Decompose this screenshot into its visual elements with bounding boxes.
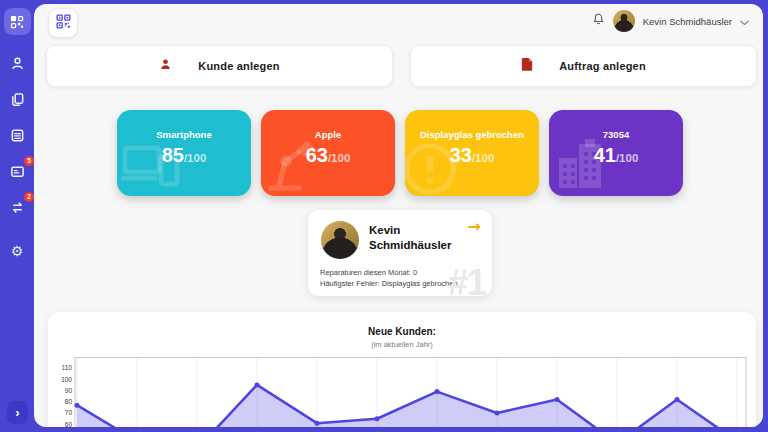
- stat-title: Displayglas gebrochen: [405, 129, 539, 140]
- user-name: Kevin Schmidhäusler: [643, 16, 732, 27]
- create-order-button[interactable]: Auftrag anlegen: [410, 45, 757, 87]
- sidebar-item-transfers[interactable]: 2: [6, 196, 28, 218]
- stat-value: 85: [162, 144, 184, 166]
- stat-suffix: /100: [472, 152, 494, 164]
- stat-card-73054[interactable]: 73054 41/100: [549, 110, 683, 196]
- repair-cards-badge: 5: [24, 156, 34, 166]
- create-customer-button[interactable]: Kunde anlegen: [46, 45, 393, 87]
- profile-card: Kevin Schmidhäusler → Reparaturen diesen…: [308, 210, 492, 296]
- arrow-right-icon[interactable]: →: [468, 217, 481, 236]
- stat-value: 41: [594, 144, 616, 166]
- stat-suffix: /100: [616, 152, 638, 164]
- rank-badge: #1: [448, 262, 485, 296]
- stat-card-apple[interactable]: Apple 63/100: [261, 110, 395, 196]
- chevron-down-icon: [740, 12, 749, 30]
- card-icon: [10, 164, 25, 179]
- svg-text:70: 70: [65, 409, 73, 416]
- add-person-icon: [159, 57, 172, 75]
- stat-card-smartphone[interactable]: Smartphone 85/100: [117, 110, 251, 196]
- list-icon: [10, 128, 25, 143]
- main-content: Kevin Schmidhäusler Kunde anlegen Auftra…: [34, 4, 763, 427]
- stat-card-displayglas[interactable]: Displayglas gebrochen 33/100: [405, 110, 539, 196]
- create-order-label: Auftrag anlegen: [559, 60, 646, 72]
- sidebar-item-copies[interactable]: [6, 88, 28, 110]
- order-document-icon: [521, 57, 533, 75]
- stat-suffix: /100: [184, 152, 206, 164]
- stat-suffix: /100: [328, 152, 350, 164]
- svg-text:60: 60: [65, 421, 73, 428]
- area-chart: 11010090807060: [48, 357, 756, 427]
- user-icon: [10, 56, 25, 71]
- qr-scan-button[interactable]: [48, 8, 78, 38]
- sidebar: 5 2 ⚙: [0, 0, 34, 432]
- create-customer-label: Kunde anlegen: [198, 60, 279, 72]
- stat-value: 33: [450, 144, 472, 166]
- svg-text:100: 100: [61, 376, 72, 383]
- svg-text:80: 80: [65, 398, 73, 405]
- stat-title: 73054: [549, 129, 683, 140]
- transfers-badge: 2: [24, 192, 34, 202]
- profile-stat-top-error: Häufigster Fehler: Displayglas gebrochen: [320, 279, 458, 288]
- sidebar-item-customers[interactable]: [6, 52, 28, 74]
- svg-text:90: 90: [65, 387, 73, 394]
- user-menu[interactable]: Kevin Schmidhäusler: [592, 9, 749, 33]
- qr-code-icon: [56, 14, 71, 33]
- sidebar-expand-button[interactable]: ›: [7, 401, 28, 424]
- profile-avatar: [321, 221, 359, 259]
- swap-arrows-icon: [10, 200, 25, 215]
- sidebar-item-list[interactable]: [6, 124, 28, 146]
- sidebar-item-repair-cards[interactable]: 5: [6, 160, 28, 182]
- stat-title: Apple: [261, 129, 395, 140]
- stat-cards-row: Smartphone 85/100 Apple 63/100 Displa: [117, 110, 683, 196]
- stat-value: 63: [306, 144, 328, 166]
- dashboard-grid-icon: [10, 15, 24, 29]
- chart-subtitle: (im aktuellen Jahr): [48, 340, 756, 349]
- profile-stat-repairs: Reparaturen diesen Monat: 0: [320, 268, 417, 277]
- new-customers-chart-card: Neue Kunden: (im aktuellen Jahr) 1101009…: [48, 312, 756, 427]
- svg-text:110: 110: [62, 364, 73, 371]
- avatar: [613, 10, 635, 32]
- copy-icon: [10, 92, 25, 107]
- sidebar-item-settings[interactable]: ⚙: [6, 240, 28, 262]
- bell-icon[interactable]: [592, 12, 605, 30]
- stat-title: Smartphone: [117, 129, 251, 140]
- sidebar-item-dashboard[interactable]: [4, 8, 31, 35]
- settings-gear-icon: ⚙: [11, 243, 24, 259]
- chart-title: Neue Kunden:: [48, 312, 756, 337]
- profile-name: Kevin Schmidhäusler: [369, 223, 473, 253]
